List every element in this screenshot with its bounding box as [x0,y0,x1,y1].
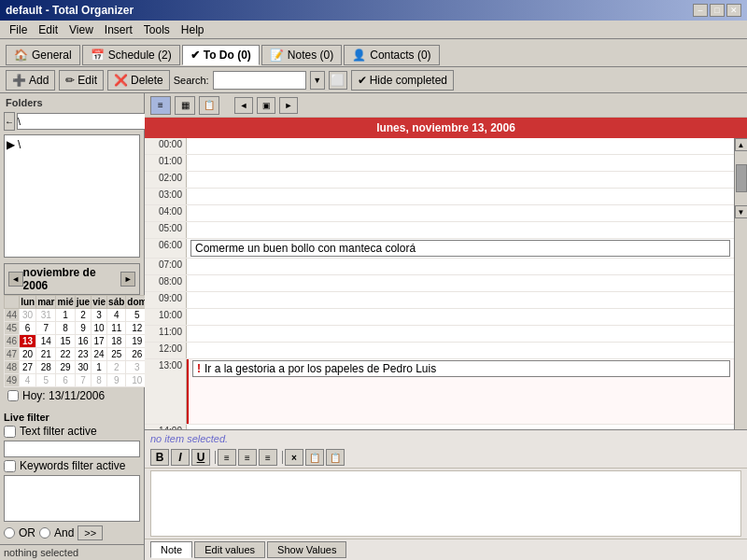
align-left-button[interactable]: ≡ [218,449,236,466]
cal-day[interactable]: 7 [75,374,91,387]
cal-day[interactable]: 27 [20,361,36,374]
cal-day[interactable]: 2 [75,309,91,322]
keywords-filter-tags[interactable] [4,475,140,522]
time-content[interactable] [187,343,734,358]
edit-button[interactable]: ✏ Edit [59,70,104,91]
schedule-body[interactable]: 00:0001:0002:0003:0004:0005:0006:00Comer… [145,138,734,429]
scroll-down-arrow[interactable]: ▼ [735,205,748,218]
folder-path-input[interactable] [17,113,148,130]
view-list-button[interactable]: ≡ [150,96,171,115]
event-item[interactable]: !Ir a la gestoria a por los papeles de P… [192,360,730,377]
filter-and-radio[interactable] [39,527,50,539]
time-row[interactable]: 02:00 [145,172,734,189]
view-grid-button[interactable]: ▦ [175,96,195,115]
scroll-thumb[interactable] [736,164,747,192]
time-content[interactable] [187,138,734,154]
cal-day[interactable]: 18 [107,335,126,348]
cal-day[interactable]: 21 [36,348,56,361]
cal-day[interactable]: 4 [20,374,36,387]
time-row[interactable]: 04:00 [145,205,734,222]
menu-edit[interactable]: Edit [33,21,63,38]
menu-view[interactable]: View [63,21,99,38]
tab-schedule[interactable]: 📅 Schedule (2) [82,45,180,65]
time-content[interactable] [187,292,734,308]
cal-day[interactable]: 29 [56,361,75,374]
cal-day[interactable]: 13 [20,335,36,348]
time-content[interactable] [187,425,734,429]
time-row[interactable]: 12:00 [145,343,734,359]
event-item[interactable]: Comerme un buen bollo con manteca colorá [190,240,730,257]
sidebar-back-button[interactable]: ← [4,112,15,131]
cal-day[interactable]: 17 [92,335,107,348]
tab-show-values[interactable]: Show Values [267,541,346,558]
cal-day[interactable]: 22 [56,348,75,361]
note-text-area[interactable] [150,470,741,537]
cal-day[interactable]: 14 [36,335,56,348]
cal-prev-button[interactable]: ◄ [8,272,23,287]
time-row[interactable]: 10:00 [145,309,734,326]
clear-button[interactable]: × [285,449,303,466]
tab-todo[interactable]: ✔ To Do (0) [182,45,260,65]
cal-day[interactable]: 5 [36,374,56,387]
align-right-button[interactable]: ≡ [259,449,277,466]
cal-day[interactable]: 2 [107,361,126,374]
time-content[interactable] [187,309,734,325]
nav-prev-button[interactable]: ◄ [234,97,253,114]
hide-completed-button[interactable]: ✔ Hide completed [351,70,454,91]
time-row[interactable]: 03:00 [145,189,734,205]
time-row[interactable]: 05:00 [145,222,734,239]
folder-tree[interactable]: ▶ \ [4,134,140,258]
cal-day[interactable]: 24 [92,348,107,361]
add-button[interactable]: ➕ Add [6,70,55,91]
cal-day[interactable]: 31 [36,309,56,322]
cal-day[interactable]: 8 [56,322,75,335]
underline-button[interactable]: U [191,449,210,466]
time-content[interactable] [187,275,734,291]
cal-day[interactable]: 28 [36,361,56,374]
time-content[interactable] [187,205,734,221]
time-content[interactable] [187,155,734,171]
minimize-button[interactable]: – [693,4,708,17]
italic-button[interactable]: I [171,449,190,466]
cal-day[interactable]: 9 [107,374,126,387]
nav-today-button[interactable]: ▣ [257,97,275,114]
close-button[interactable]: ✕ [726,4,741,17]
time-row[interactable]: 07:00 [145,259,734,275]
cal-day[interactable]: 3 [92,309,107,322]
view-detail-button[interactable]: 📋 [199,96,219,115]
cal-day[interactable]: 15 [56,335,75,348]
cal-next-button[interactable]: ► [120,272,135,287]
today-checkbox[interactable] [7,390,19,401]
time-content[interactable] [187,259,734,274]
cal-day[interactable]: 8 [92,374,107,387]
search-input[interactable] [213,71,306,90]
cal-day[interactable]: 23 [75,348,91,361]
schedule-scrollbar[interactable]: ▲ ▼ [734,138,747,429]
filter-or-radio[interactable] [4,527,15,539]
time-row[interactable]: 14:00 [145,425,734,429]
time-content[interactable]: !Ir a la gestoria a por los papeles de P… [187,359,734,424]
cal-day[interactable]: 20 [20,348,36,361]
cal-day[interactable]: 6 [20,322,36,335]
search-dropdown[interactable]: ▼ [310,71,325,90]
menu-insert[interactable]: Insert [99,21,138,38]
cal-day[interactable]: 1 [92,361,107,374]
time-content[interactable] [187,326,734,342]
menu-file[interactable]: File [4,21,33,38]
cal-day[interactable]: 4 [107,309,126,322]
folder-item-root[interactable]: ▶ \ [7,137,137,152]
cal-day[interactable]: 10 [92,322,107,335]
align-center-button[interactable]: ≡ [238,449,257,466]
tab-contacts[interactable]: 👤 Contacts (0) [344,45,439,65]
time-row[interactable]: 01:00 [145,155,734,172]
nav-next-button[interactable]: ► [279,97,298,114]
cal-day[interactable]: 30 [20,309,36,322]
cal-day[interactable]: 16 [75,335,91,348]
time-content[interactable]: Comerme un buen bollo con manteca colorá [187,239,734,258]
bold-button[interactable]: B [150,449,169,466]
cal-day[interactable]: 7 [36,322,56,335]
tab-general[interactable]: 🏠 General [6,45,80,65]
toggle-button[interactable]: ⬜ [329,71,347,90]
cal-day[interactable]: 9 [75,322,91,335]
filter-arrow-button[interactable]: >> [78,525,103,540]
